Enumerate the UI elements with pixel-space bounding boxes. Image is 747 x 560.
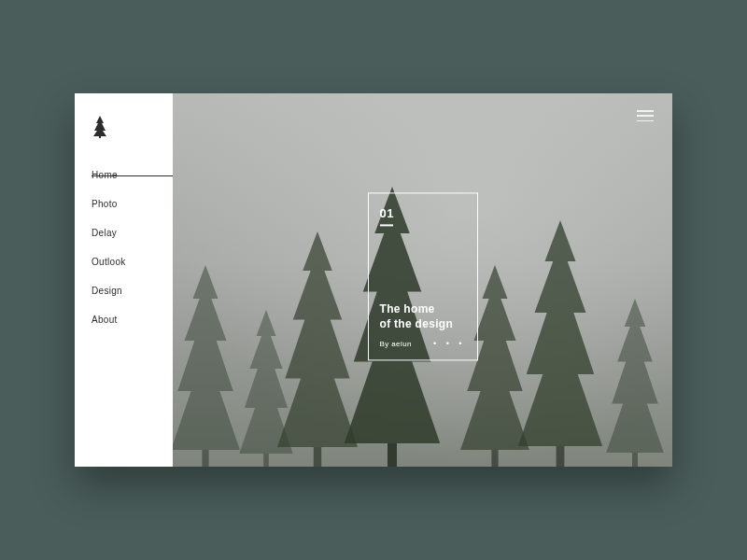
hamburger-menu-icon[interactable]: [637, 110, 654, 121]
nav-item-outlook[interactable]: Outlook: [92, 257, 160, 267]
frame-title-line2: of the design: [380, 316, 466, 331]
frame-number-text: 01: [380, 206, 466, 220]
svg-rect-6: [557, 446, 565, 467]
svg-rect-0: [99, 136, 101, 138]
nav-item-photo[interactable]: Photo: [92, 199, 160, 209]
tree-silhouette: [514, 220, 607, 467]
nav-item-delay[interactable]: Delay: [92, 228, 160, 238]
frame-byline-row: By aelun • • •: [380, 339, 466, 348]
svg-rect-4: [388, 443, 397, 467]
frame-title-line1: The home: [380, 301, 466, 316]
frame-title: The home of the design: [380, 301, 466, 331]
svg-rect-1: [202, 450, 208, 467]
frame-byline: By aelun: [380, 340, 412, 348]
svg-rect-2: [263, 454, 269, 467]
hero-frame: 01 The home of the design By aelun • • •: [368, 192, 478, 360]
frame-spacer: [380, 226, 466, 301]
tree-silhouette: [173, 265, 244, 467]
frame-pagination-dots[interactable]: • • •: [433, 339, 465, 348]
nav-item-home[interactable]: Home: [92, 170, 160, 180]
nav-item-about[interactable]: About: [92, 315, 160, 325]
hero-image: 01 The home of the design By aelun • • •: [173, 93, 672, 467]
tree-silhouette: [603, 299, 667, 467]
sidebar: Home Photo Delay Outlook Design About: [75, 93, 173, 467]
tree-logo-icon: [92, 116, 108, 138]
app-window: Home Photo Delay Outlook Design About: [75, 93, 672, 467]
svg-rect-5: [491, 450, 498, 467]
svg-rect-7: [632, 453, 638, 467]
frame-number: 01: [380, 206, 466, 226]
sidebar-nav: Home Photo Delay Outlook Design About: [92, 170, 160, 325]
nav-item-design[interactable]: Design: [92, 286, 160, 296]
svg-rect-3: [314, 447, 321, 467]
